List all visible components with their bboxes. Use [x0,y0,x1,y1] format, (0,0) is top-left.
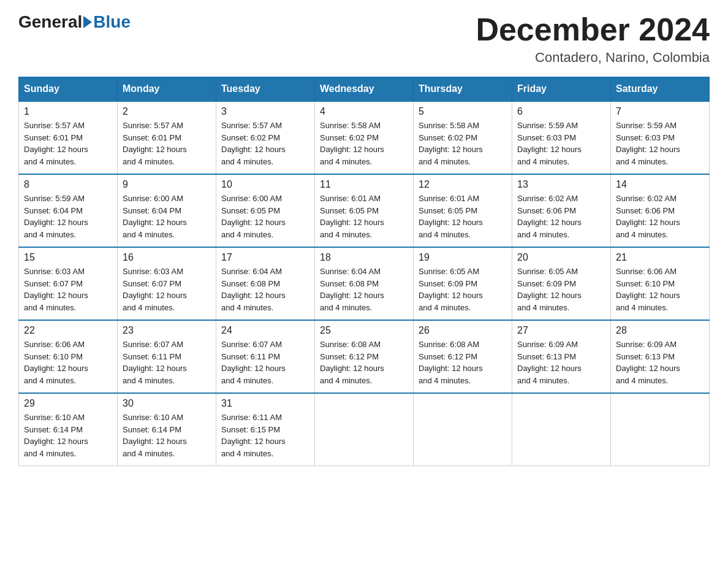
week-row-1: 1Sunrise: 5:57 AMSunset: 6:01 PMDaylight… [19,101,710,174]
calendar-cell: 10Sunrise: 6:00 AMSunset: 6:05 PMDayligh… [216,174,315,247]
calendar-cell: 17Sunrise: 6:04 AMSunset: 6:08 PMDayligh… [216,247,315,320]
day-number: 30 [123,398,211,409]
day-number: 22 [24,325,112,336]
day-number: 10 [221,179,309,190]
day-number: 6 [517,106,605,117]
calendar-cell: 9Sunrise: 6:00 AMSunset: 6:04 PMDaylight… [118,174,216,247]
day-info: Sunrise: 6:09 AMSunset: 6:13 PMDaylight:… [616,339,704,386]
day-number: 20 [517,252,605,263]
header-row: SundayMondayTuesdayWednesdayThursdayFrid… [19,77,710,102]
calendar-cell: 2Sunrise: 5:57 AMSunset: 6:01 PMDaylight… [118,101,216,174]
day-number: 23 [123,325,211,336]
day-info: Sunrise: 5:57 AMSunset: 6:01 PMDaylight:… [24,120,112,167]
calendar-cell [512,393,611,466]
calendar-cell: 26Sunrise: 6:08 AMSunset: 6:12 PMDayligh… [414,320,512,393]
day-info: Sunrise: 5:59 AMSunset: 6:03 PMDaylight:… [616,120,704,167]
calendar-cell: 3Sunrise: 5:57 AMSunset: 6:02 PMDaylight… [216,101,315,174]
calendar-cell: 7Sunrise: 5:59 AMSunset: 6:03 PMDaylight… [611,101,710,174]
day-info: Sunrise: 5:58 AMSunset: 6:02 PMDaylight:… [419,120,507,167]
day-info: Sunrise: 6:04 AMSunset: 6:08 PMDaylight:… [221,266,309,313]
day-number: 21 [616,252,704,263]
day-number: 17 [221,252,309,263]
header-tuesday: Tuesday [216,77,315,102]
header-thursday: Thursday [414,77,512,102]
day-number: 11 [320,179,408,190]
calendar-cell [315,393,414,466]
calendar-cell: 8Sunrise: 5:59 AMSunset: 6:04 PMDaylight… [19,174,118,247]
day-info: Sunrise: 5:59 AMSunset: 6:04 PMDaylight:… [24,193,112,240]
day-info: Sunrise: 6:02 AMSunset: 6:06 PMDaylight:… [517,193,605,240]
day-info: Sunrise: 5:58 AMSunset: 6:02 PMDaylight:… [320,120,408,167]
day-info: Sunrise: 6:06 AMSunset: 6:10 PMDaylight:… [24,339,112,386]
calendar-table: SundayMondayTuesdayWednesdayThursdayFrid… [18,77,710,466]
calendar-cell: 6Sunrise: 5:59 AMSunset: 6:03 PMDaylight… [512,101,611,174]
day-number: 3 [221,106,309,117]
day-number: 24 [221,325,309,336]
header-friday: Friday [512,77,611,102]
day-number: 31 [221,398,309,409]
calendar-cell: 5Sunrise: 5:58 AMSunset: 6:02 PMDaylight… [414,101,512,174]
calendar-cell: 20Sunrise: 6:05 AMSunset: 6:09 PMDayligh… [512,247,611,320]
calendar-cell: 29Sunrise: 6:10 AMSunset: 6:14 PMDayligh… [19,393,118,466]
calendar-cell: 30Sunrise: 6:10 AMSunset: 6:14 PMDayligh… [118,393,216,466]
day-number: 9 [123,179,211,190]
week-row-5: 29Sunrise: 6:10 AMSunset: 6:14 PMDayligh… [19,393,710,466]
logo-arrow-icon [83,16,92,28]
day-info: Sunrise: 6:01 AMSunset: 6:05 PMDaylight:… [320,193,408,240]
title-area: December 2024 Contadero, Narino, Colombi… [476,12,710,66]
calendar-cell: 4Sunrise: 5:58 AMSunset: 6:02 PMDaylight… [315,101,414,174]
day-info: Sunrise: 5:59 AMSunset: 6:03 PMDaylight:… [517,120,605,167]
day-info: Sunrise: 6:03 AMSunset: 6:07 PMDaylight:… [123,266,211,313]
calendar-cell: 1Sunrise: 5:57 AMSunset: 6:01 PMDaylight… [19,101,118,174]
day-info: Sunrise: 6:10 AMSunset: 6:14 PMDaylight:… [123,412,211,459]
day-info: Sunrise: 6:08 AMSunset: 6:12 PMDaylight:… [320,339,408,386]
day-info: Sunrise: 6:04 AMSunset: 6:08 PMDaylight:… [320,266,408,313]
day-number: 19 [419,252,507,263]
calendar-cell: 14Sunrise: 6:02 AMSunset: 6:06 PMDayligh… [611,174,710,247]
logo-general-text: General [18,12,82,32]
calendar-cell: 12Sunrise: 6:01 AMSunset: 6:05 PMDayligh… [414,174,512,247]
logo: General Blue [18,12,131,32]
day-number: 13 [517,179,605,190]
calendar-cell: 21Sunrise: 6:06 AMSunset: 6:10 PMDayligh… [611,247,710,320]
day-info: Sunrise: 6:05 AMSunset: 6:09 PMDaylight:… [419,266,507,313]
calendar-cell: 24Sunrise: 6:07 AMSunset: 6:11 PMDayligh… [216,320,315,393]
day-info: Sunrise: 6:10 AMSunset: 6:14 PMDaylight:… [24,412,112,459]
day-number: 1 [24,106,112,117]
week-row-2: 8Sunrise: 5:59 AMSunset: 6:04 PMDaylight… [19,174,710,247]
calendar-cell [414,393,512,466]
header-sunday: Sunday [19,77,118,102]
day-number: 2 [123,106,211,117]
calendar-cell: 28Sunrise: 6:09 AMSunset: 6:13 PMDayligh… [611,320,710,393]
day-number: 5 [419,106,507,117]
calendar-cell: 11Sunrise: 6:01 AMSunset: 6:05 PMDayligh… [315,174,414,247]
day-number: 15 [24,252,112,263]
day-number: 4 [320,106,408,117]
day-number: 12 [419,179,507,190]
day-info: Sunrise: 6:03 AMSunset: 6:07 PMDaylight:… [24,266,112,313]
day-info: Sunrise: 6:07 AMSunset: 6:11 PMDaylight:… [123,339,211,386]
calendar-cell: 18Sunrise: 6:04 AMSunset: 6:08 PMDayligh… [315,247,414,320]
day-info: Sunrise: 6:02 AMSunset: 6:06 PMDaylight:… [616,193,704,240]
calendar-cell: 23Sunrise: 6:07 AMSunset: 6:11 PMDayligh… [118,320,216,393]
day-info: Sunrise: 6:01 AMSunset: 6:05 PMDaylight:… [419,193,507,240]
header-saturday: Saturday [611,77,710,102]
calendar-cell [611,393,710,466]
day-number: 29 [24,398,112,409]
day-number: 18 [320,252,408,263]
logo-blue-text: Blue [93,12,131,32]
header-monday: Monday [118,77,216,102]
day-info: Sunrise: 6:07 AMSunset: 6:11 PMDaylight:… [221,339,309,386]
day-number: 25 [320,325,408,336]
day-info: Sunrise: 5:57 AMSunset: 6:01 PMDaylight:… [123,120,211,167]
day-info: Sunrise: 6:00 AMSunset: 6:04 PMDaylight:… [123,193,211,240]
calendar-cell: 16Sunrise: 6:03 AMSunset: 6:07 PMDayligh… [118,247,216,320]
day-number: 16 [123,252,211,263]
month-title: December 2024 [476,12,710,47]
day-info: Sunrise: 6:06 AMSunset: 6:10 PMDaylight:… [616,266,704,313]
calendar-cell: 19Sunrise: 6:05 AMSunset: 6:09 PMDayligh… [414,247,512,320]
calendar-cell: 22Sunrise: 6:06 AMSunset: 6:10 PMDayligh… [19,320,118,393]
day-number: 28 [616,325,704,336]
day-info: Sunrise: 6:00 AMSunset: 6:05 PMDaylight:… [221,193,309,240]
week-row-4: 22Sunrise: 6:06 AMSunset: 6:10 PMDayligh… [19,320,710,393]
